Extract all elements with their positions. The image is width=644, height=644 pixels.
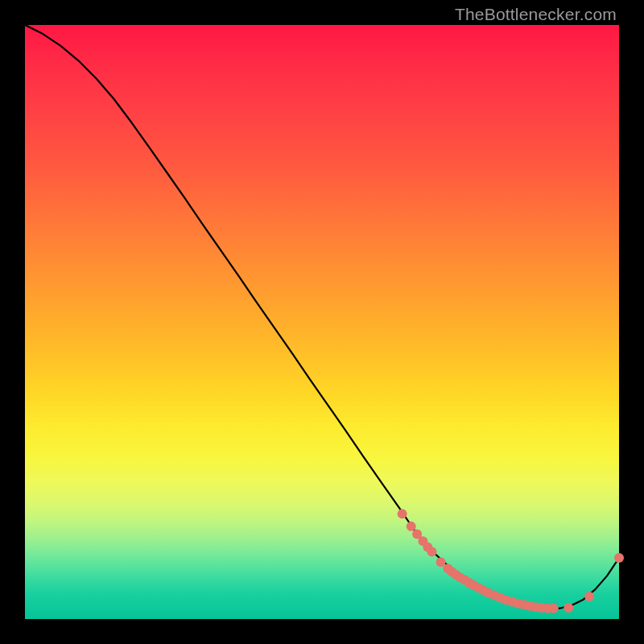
chart-frame: TheBottlenecker.com xyxy=(0,0,644,644)
curve-markers xyxy=(398,509,624,613)
curve-marker xyxy=(398,509,407,518)
curve-marker xyxy=(549,604,559,613)
curve-marker xyxy=(407,522,416,531)
curve-marker xyxy=(564,603,573,613)
curve-marker xyxy=(436,557,446,567)
curve-marker xyxy=(584,592,594,601)
curve-line xyxy=(25,25,619,609)
curve-marker xyxy=(427,547,437,557)
attribution-label: TheBottlenecker.com xyxy=(455,5,617,24)
chart-svg xyxy=(25,25,619,619)
curve-marker xyxy=(614,553,624,563)
plot-area xyxy=(25,25,619,619)
